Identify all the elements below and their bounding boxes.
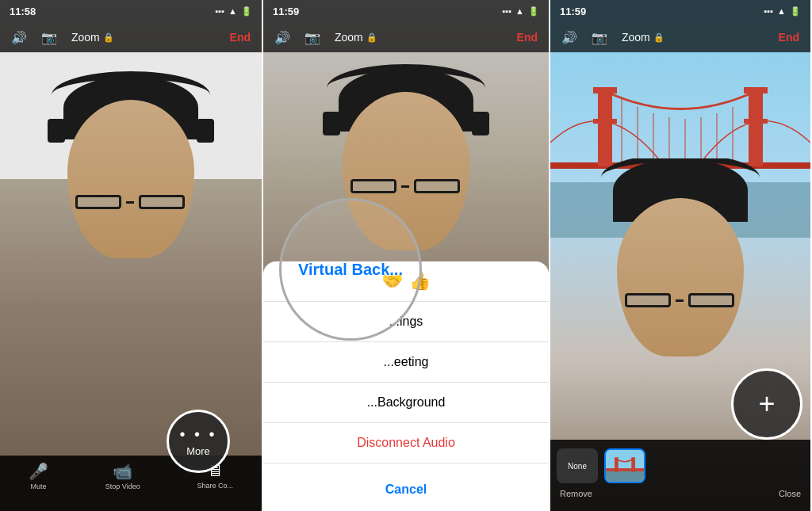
svg-rect-18 [606,468,644,471]
status-icons-3: ▪▪▪ ▲ 🔋 [764,6,801,17]
top-toolbar-1: 🔊 📷 Zoom 🔒 End [0,22,262,52]
remove-label[interactable]: Remove [560,489,592,498]
battery-icon-2: 🔋 [528,6,539,17]
video-icon: 📹 [113,462,132,481]
audio-icon-2: 🔊 [274,30,290,45]
menu-item-meeting[interactable]: ...eeting [263,342,549,383]
camera-icon: 📷 [41,30,57,45]
video-feed [0,52,262,456]
top-toolbar-2: 🔊 📷 Zoom 🔒 End [263,22,549,52]
lock-icon-3: 🔒 [653,32,665,43]
wifi-icon-2: ▲ [515,6,524,16]
svg-rect-2 [598,87,612,166]
signal-icon: ▪▪▪ [215,6,224,16]
time-1: 11:58 [10,6,36,17]
end-button-3[interactable]: End [779,31,799,44]
cancel-button[interactable]: Cancel [263,470,549,509]
mute-button[interactable]: 🎤 Mute [29,462,48,490]
camera-icon-3: 📷 [592,30,607,45]
vb-circle-highlight: Virtual Back... [279,198,422,341]
plus-icon: + [758,387,775,421]
mute-icon: 🎤 [29,462,48,481]
more-label: More [186,445,210,457]
wifi-icon-3: ▲ [777,6,786,16]
bottom-bar-1: 🎤 Mute 📹 Stop Video 🖥 Share Co... [0,456,262,511]
status-bar-1: 11:58 ▪▪▪ ▲ 🔋 [0,0,262,22]
zoom-label-2: Zoom 🔒 [335,31,377,44]
svg-rect-17 [606,471,644,482]
signal-icon-2: ▪▪▪ [502,6,511,16]
svg-rect-5 [749,87,763,166]
more-dots-icon: • • • [179,425,216,444]
vb-bottom-bar: None Remove Close [550,440,810,511]
panel-1: 11:58 ▪▪▪ ▲ 🔋 🔊 📷 Zoom 🔒 End 🎤 Mute 📹 St… [0,0,262,511]
lock-icon-2: 🔒 [366,32,377,43]
disconnect-audio-button[interactable]: Disconnect Audio [263,423,549,463]
time-3: 11:59 [560,6,586,17]
glasses [75,195,186,209]
lock-icon: 🔒 [103,32,114,43]
camera-icon-2: 📷 [304,30,320,45]
headphones-3 [601,158,760,201]
add-background-button[interactable]: + [731,368,802,440]
bridge-thumb-icon [606,450,644,482]
face [67,100,194,258]
top-toolbar-3: 🔊 📷 Zoom 🔒 End [550,22,810,52]
vb-thumb-bridge[interactable] [604,448,645,483]
zoom-label-1: Zoom 🔒 [71,31,114,44]
wifi-icon: ▲ [228,6,237,16]
glasses-2 [350,179,462,193]
face-3 [617,198,744,357]
glasses-3 [625,293,736,307]
menu-item-background[interactable]: ...Background [263,383,549,423]
vb-thumb-none[interactable]: None [557,448,598,483]
end-button-1[interactable]: End [230,31,251,44]
vb-actions-row: Remove Close [557,489,804,498]
toolbar-left-2: 🔊 📷 Zoom 🔒 [274,30,377,45]
toolbar-left-3: 🔊 📷 Zoom 🔒 [561,30,665,45]
audio-icon-3: 🔊 [561,30,577,45]
share-label: Share Co... [197,482,234,490]
status-bar-2: 11:59 ▪▪▪ ▲ 🔋 [263,0,549,22]
mute-label: Mute [30,482,46,490]
close-label[interactable]: Close [779,489,801,498]
panel-2: 11:59 ▪▪▪ ▲ 🔋 🔊 📷 Zoom 🔒 End 🤝 👍 ...ings… [262,0,550,511]
panel-3: 11:59 ▪▪▪ ▲ 🔋 🔊 📷 Zoom 🔒 End + None [550,0,810,511]
status-icons-2: ▪▪▪ ▲ 🔋 [502,6,539,17]
vb-highlight-text: Virtual Back... [298,261,403,279]
svg-rect-6 [744,87,768,93]
more-circle-button[interactable]: • • • More [167,410,230,473]
none-label: None [568,462,587,471]
battery-icon-3: 🔋 [790,6,801,17]
stop-video-label: Stop Video [105,482,140,490]
audio-icon: 🔊 [11,30,27,45]
svg-rect-3 [593,87,617,93]
end-button-2[interactable]: End [517,31,538,44]
status-icons-1: ▪▪▪ ▲ 🔋 [215,6,252,17]
zoom-label-3: Zoom 🔒 [622,31,665,44]
status-bar-3: 11:59 ▪▪▪ ▲ 🔋 [550,0,810,22]
stop-video-button[interactable]: 📹 Stop Video [105,462,140,490]
signal-icon-3: ▪▪▪ [764,6,773,16]
time-2: 11:59 [273,6,299,17]
toolbar-left-1: 🔊 📷 Zoom 🔒 [11,30,114,45]
battery-icon: 🔋 [241,6,252,17]
vb-thumbs-row: None [557,446,804,486]
